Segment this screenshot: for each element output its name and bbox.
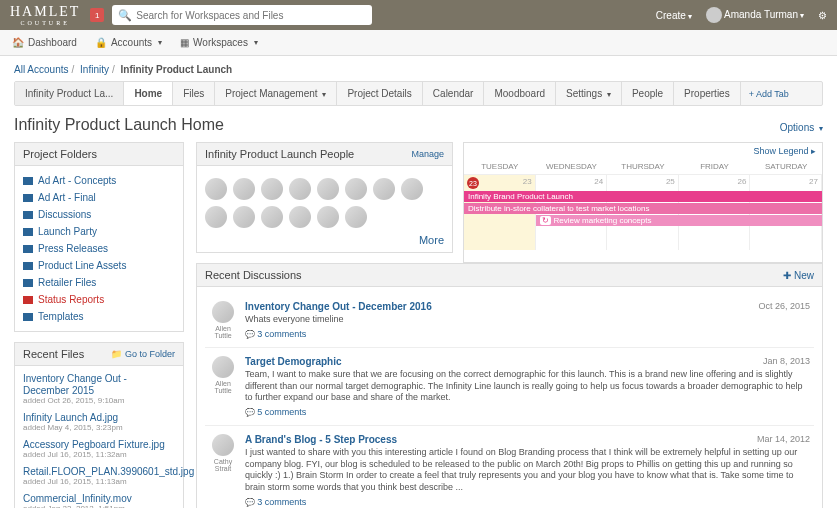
search-box[interactable]: 🔍 (112, 5, 372, 25)
folder-item[interactable]: Templates (23, 308, 175, 325)
people-header: Infinity Product Launch People (205, 148, 354, 160)
folder-item[interactable]: Product Line Assets (23, 257, 175, 274)
search-icon: 🔍 (118, 9, 132, 22)
avatar (212, 434, 234, 456)
person-avatar[interactable] (317, 206, 339, 228)
person-avatar[interactable] (401, 178, 423, 200)
discussion-title[interactable]: Target Demographic (245, 356, 342, 367)
crumb-all[interactable]: All Accounts (14, 64, 68, 75)
breadcrumb: All Accounts/ Infinity/ Infinity Product… (14, 64, 823, 75)
recent-file-link[interactable]: Retail.FLOOR_PLAN.3990601_std.jpg (23, 466, 194, 477)
tab-settings[interactable]: Settings ▾ (556, 82, 622, 105)
folder-icon (23, 262, 33, 270)
discussion-title[interactable]: Inventory Change Out - December 2016 (245, 301, 432, 312)
avatar (212, 301, 234, 323)
gear-icon[interactable]: ⚙ (818, 10, 827, 21)
cal-day-header: THURSDAY (607, 159, 679, 174)
recent-file-meta: added May 4, 2015, 3:23pm (23, 423, 175, 432)
person-avatar[interactable] (261, 178, 283, 200)
tab-moodboard[interactable]: Moodboard (484, 82, 556, 105)
tab-properties[interactable]: Properties (674, 82, 741, 105)
create-menu[interactable]: Create▾ (656, 10, 692, 21)
person-avatar[interactable] (345, 206, 367, 228)
avatar (212, 356, 234, 378)
discussion-comments[interactable]: 5 comments (245, 407, 306, 417)
options-menu[interactable]: Options ▾ (780, 122, 823, 133)
discussion-item: Cathy StraitMar 14, 2012A Brand's Blog -… (205, 426, 814, 508)
nav-accounts[interactable]: 🔒 Accounts▾ (95, 37, 162, 48)
folder-item[interactable]: Ad Art - Concepts (23, 172, 175, 189)
person-avatar[interactable] (233, 206, 255, 228)
discussion-date: Jan 8, 2013 (763, 356, 810, 366)
discussions-panel: Recent Discussions ✚ New Allen TuttleOct… (196, 263, 823, 508)
person-avatar[interactable] (261, 206, 283, 228)
discussions-header: Recent Discussions (205, 269, 302, 281)
cal-event[interactable]: Infinity Brand Product Launch (464, 191, 822, 202)
folder-icon (23, 228, 33, 236)
project-folders-header: Project Folders (15, 143, 183, 166)
discussion-comments[interactable]: 3 comments (245, 329, 306, 339)
recent-file-link[interactable]: Commercial_Infinity.mov (23, 493, 132, 504)
tab-details[interactable]: Project Details (337, 82, 422, 105)
person-avatar[interactable] (205, 178, 227, 200)
recent-file-link[interactable]: Infinity Launch Ad.jpg (23, 412, 118, 423)
notification-badge[interactable]: 1 (90, 8, 104, 22)
manage-people[interactable]: Manage (411, 149, 444, 159)
folder-item[interactable]: Ad Art - Final (23, 189, 175, 206)
topbar: HAMLETCOUTURE 1 🔍 Create▾ Amanda Turman▾… (0, 0, 837, 30)
folder-item[interactable]: Press Releases (23, 240, 175, 257)
discussion-date: Oct 26, 2015 (758, 301, 810, 311)
recent-file-link[interactable]: Inventory Change Out - December 2015 (23, 373, 127, 396)
folder-icon (23, 194, 33, 202)
tab-pm[interactable]: Project Management ▾ (215, 82, 337, 105)
tab-calendar[interactable]: Calendar (423, 82, 485, 105)
cal-event[interactable]: ↻Review marketing concepts (536, 215, 822, 226)
cal-day-header: TUESDAY (464, 159, 536, 174)
folder-icon (23, 245, 33, 253)
cal-event[interactable]: Distribute in-store collateral to test m… (464, 203, 822, 214)
add-tab[interactable]: + Add Tab (741, 83, 797, 105)
person-avatar[interactable] (289, 178, 311, 200)
folder-item[interactable]: Retailer Files (23, 274, 175, 291)
tab-home[interactable]: Home (124, 82, 173, 105)
nav-dashboard[interactable]: 🏠 Dashboard (12, 37, 77, 48)
new-discussion[interactable]: ✚ New (783, 270, 814, 281)
person-avatar[interactable] (205, 206, 227, 228)
recent-file-meta: added Jan 23, 2012, 1:51pm (23, 504, 175, 508)
go-to-folder[interactable]: 📁 Go to Folder (111, 349, 175, 359)
person-avatar[interactable] (317, 178, 339, 200)
folder-icon (23, 211, 33, 219)
recent-file-link[interactable]: Accessory Pegboard Fixture.jpg (23, 439, 165, 450)
crumb-account[interactable]: Infinity (80, 64, 109, 75)
calendar-panel: Show Legend ▸ TUESDAYWEDNESDAYTHURSDAYFR… (463, 142, 823, 263)
tab-files[interactable]: Files (173, 82, 215, 105)
more-people[interactable]: More (419, 234, 444, 246)
brand-logo[interactable]: HAMLETCOUTURE (10, 4, 80, 26)
recent-files-header: Recent Files 📁 Go to Folder (15, 343, 183, 366)
discussion-text: Whats everyone timeline (245, 314, 810, 326)
person-avatar[interactable] (373, 178, 395, 200)
folder-icon (23, 177, 33, 185)
person-avatar[interactable] (289, 206, 311, 228)
people-panel: Infinity Product Launch People Manage Mo… (196, 142, 453, 253)
cal-day-header: SATURDAY (750, 159, 822, 174)
folder-icon (23, 296, 33, 304)
person-avatar[interactable] (345, 178, 367, 200)
workspace-name: Infinity Product La... (15, 82, 124, 105)
nav-workspaces[interactable]: ▦ Workspaces▾ (180, 37, 258, 48)
today-badge: 23 (467, 177, 479, 189)
folder-item[interactable]: Launch Party (23, 223, 175, 240)
folder-item[interactable]: Discussions (23, 206, 175, 223)
recent-files-panel: Recent Files 📁 Go to Folder Inventory Ch… (14, 342, 184, 508)
user-menu[interactable]: Amanda Turman▾ (706, 7, 804, 23)
show-legend[interactable]: Show Legend ▸ (753, 146, 816, 156)
folder-item[interactable]: Status Reports (23, 291, 175, 308)
search-input[interactable] (136, 10, 366, 21)
tab-people[interactable]: People (622, 82, 674, 105)
discussion-comments[interactable]: 3 comments (245, 497, 306, 507)
tabbar: Infinity Product La... Home Files Projec… (14, 81, 823, 106)
recent-file-meta: added Oct 26, 2015, 9:10am (23, 396, 175, 405)
discussion-title[interactable]: A Brand's Blog - 5 Step Process (245, 434, 397, 445)
person-avatar[interactable] (233, 178, 255, 200)
cal-day-header: FRIDAY (679, 159, 751, 174)
